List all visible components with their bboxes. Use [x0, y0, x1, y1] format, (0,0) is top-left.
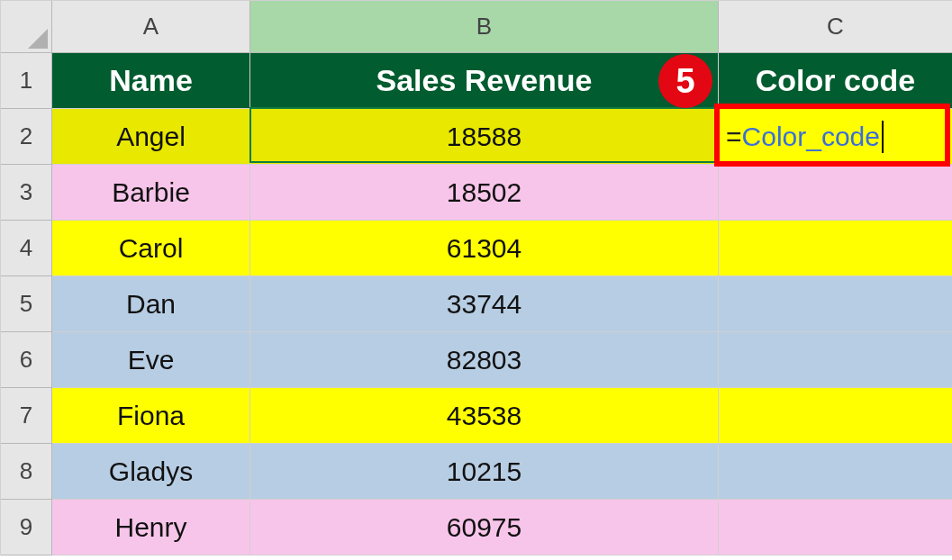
row-header-9[interactable]: 9 — [1, 500, 52, 555]
cell-B7[interactable]: 43538 — [250, 388, 719, 444]
col-header-C[interactable]: C — [719, 1, 952, 53]
row-header-4[interactable]: 4 — [1, 221, 52, 276]
cell-A6[interactable]: Eve — [52, 332, 250, 388]
cell-B4[interactable]: 61304 — [250, 221, 719, 276]
formula-name-ref: Color_code — [742, 122, 880, 152]
cell-C6[interactable] — [719, 332, 952, 388]
cell-C1[interactable]: Color code — [719, 53, 952, 109]
cell-C8[interactable] — [719, 444, 952, 500]
cell-B9[interactable]: 60975 — [250, 500, 719, 555]
cell-B5[interactable]: 33744 — [250, 276, 719, 332]
row-header-3[interactable]: 3 — [1, 165, 52, 221]
cell-B1[interactable]: Sales Revenue — [250, 53, 719, 109]
cell-B2[interactable]: 18588 — [250, 109, 719, 165]
select-all-corner[interactable] — [1, 1, 52, 53]
row-header-5[interactable]: 5 — [1, 276, 52, 332]
cell-C5[interactable] — [719, 276, 952, 332]
cell-B8[interactable]: 10215 — [250, 444, 719, 500]
row-header-1[interactable]: 1 — [1, 53, 52, 109]
spreadsheet-grid: A B C 1 Name Sales Revenue Color code 2 … — [0, 0, 952, 555]
cell-A5[interactable]: Dan — [52, 276, 250, 332]
cell-A1[interactable]: Name — [52, 53, 250, 109]
cell-A2[interactable]: Angel — [52, 109, 250, 165]
row-header-6[interactable]: 6 — [1, 332, 52, 388]
row-header-7[interactable]: 7 — [1, 388, 52, 444]
cell-A3[interactable]: Barbie — [52, 165, 250, 221]
cell-C2-formula-input[interactable]: =Color_code — [719, 109, 952, 165]
cell-A4[interactable]: Carol — [52, 221, 250, 276]
text-cursor — [882, 121, 884, 153]
cell-C3[interactable] — [719, 165, 952, 221]
cell-A9[interactable]: Henry — [52, 500, 250, 555]
cell-B6[interactable]: 82803 — [250, 332, 719, 388]
row-header-8[interactable]: 8 — [1, 444, 52, 500]
formula-equals: = — [726, 122, 742, 152]
col-header-B[interactable]: B — [250, 1, 719, 53]
cell-C4[interactable] — [719, 221, 952, 276]
col-header-A[interactable]: A — [52, 1, 250, 53]
cell-A7[interactable]: Fiona — [52, 388, 250, 444]
cell-B3[interactable]: 18502 — [250, 165, 719, 221]
cell-C7[interactable] — [719, 388, 952, 444]
row-header-2[interactable]: 2 — [1, 109, 52, 165]
cell-A8[interactable]: Gladys — [52, 444, 250, 500]
cell-C9[interactable] — [719, 500, 952, 555]
